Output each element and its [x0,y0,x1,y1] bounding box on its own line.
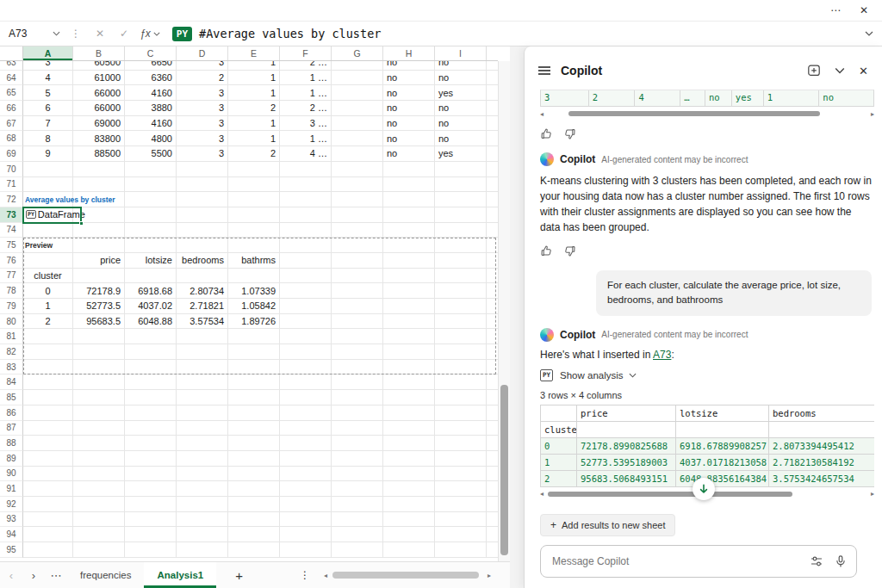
cell-C77[interactable] [125,269,177,284]
cell-E83[interactable] [228,360,280,375]
cell-E70[interactable] [228,162,280,177]
cell-F74[interactable] [280,223,332,238]
cell-H82[interactable] [383,344,435,360]
cell-B78[interactable]: 72178.9 [73,283,125,299]
cell-B84[interactable] [73,374,125,390]
cell-E75[interactable] [228,238,280,253]
fragment-table-scrollbar[interactable]: ◂ ▸ [540,109,874,118]
cell-D72[interactable] [177,192,228,207]
row-header-95[interactable]: 95 [0,542,23,558]
cell-F92[interactable] [280,497,332,512]
row-header-69[interactable]: 69 [0,146,23,162]
row-header-88[interactable]: 88 [0,436,23,451]
cell-D95[interactable] [177,542,228,558]
scroll-left-icon[interactable]: ◂ [540,110,543,118]
cell-H87[interactable] [383,421,435,436]
cell-G84[interactable] [332,374,383,390]
cell-E88[interactable] [228,436,280,451]
cell-F85[interactable] [280,390,332,405]
cell-A73[interactable]: PYDataFrame [23,207,73,223]
row-header-78[interactable]: 78 [0,283,23,299]
cell-E89[interactable] [228,451,280,467]
insert-function-button[interactable]: ƒx [140,28,160,40]
cell-E90[interactable] [228,467,280,482]
cell-F79[interactable] [280,299,332,314]
cell-G85[interactable] [332,390,383,405]
scrollbar-thumb[interactable] [568,111,820,116]
cell-G78[interactable] [332,283,383,299]
cell-I89[interactable] [435,451,487,467]
cell-F86[interactable] [280,405,332,421]
cell-B79[interactable]: 52773.5 [73,299,125,314]
cell-H89[interactable] [383,451,435,467]
cell-G82[interactable] [332,344,383,360]
cell-G69[interactable] [332,146,383,162]
cell-H66[interactable]: no [383,101,435,116]
row-header-94[interactable]: 94 [0,527,23,542]
cell-A67[interactable]: 7 [23,116,73,132]
cell-I72[interactable] [435,192,487,207]
cell-D94[interactable] [177,527,228,542]
cell-C84[interactable] [125,374,177,390]
cell-A90[interactable] [23,467,73,482]
cell-D79[interactable]: 2.71821 [177,299,228,314]
vertical-scrollbar[interactable] [498,61,510,561]
microphone-icon[interactable] [834,554,848,568]
cell-C93[interactable] [125,512,177,528]
cell-D64[interactable]: 2 [177,71,228,86]
cell-F78[interactable] [280,283,332,299]
cell-A77[interactable]: cluster [23,269,73,284]
new-chat-icon[interactable] [807,64,821,77]
cell-F84[interactable] [280,374,332,390]
column-header-F[interactable]: F [280,46,332,60]
cell-A95[interactable] [23,542,73,558]
close-panel-icon[interactable]: ✕ [859,65,868,77]
cell-G70[interactable] [332,162,383,177]
cell-A78[interactable]: 0 [23,283,73,299]
cell-I85[interactable] [435,390,487,405]
cell-G66[interactable] [332,101,383,116]
cell-H77[interactable] [383,269,435,284]
cell-C81[interactable] [125,329,177,344]
row-header-65[interactable]: 65 [0,85,23,101]
cell-B71[interactable] [73,177,125,193]
cell-F65[interactable]: 1 … [280,85,332,101]
cell-C91[interactable] [125,481,177,497]
cell-B93[interactable] [73,512,125,528]
cell-C74[interactable] [125,223,177,238]
cell-H86[interactable] [383,405,435,421]
cell-H65[interactable]: no [383,85,435,101]
thumbs-down-icon[interactable] [563,244,576,257]
cell-A76[interactable] [23,253,73,269]
confirm-entry-icon[interactable]: ✓ [120,28,128,40]
show-analysis-button[interactable]: PY Show analysis [540,369,873,381]
cell-A85[interactable] [23,390,73,405]
cell-B86[interactable] [73,405,125,421]
cell-F72[interactable] [280,192,332,207]
cell-A82[interactable] [23,344,73,360]
row-header-63[interactable]: 63 [0,61,23,71]
cell-G68[interactable] [332,131,383,146]
cell-A80[interactable]: 2 [23,314,73,330]
cell-I69[interactable]: yes [435,146,487,162]
cell-F80[interactable] [280,314,332,330]
cell-A71[interactable] [23,177,73,193]
cell-I80[interactable] [435,314,487,330]
cell-D82[interactable] [177,344,228,360]
cell-B64[interactable]: 61000 [73,71,125,86]
cell-B91[interactable] [73,481,125,497]
cell-H88[interactable] [383,436,435,451]
cell-A93[interactable] [23,512,73,528]
sheet-options-icon[interactable]: ⋮ [300,569,310,581]
thumbs-up-icon[interactable] [540,127,553,140]
row-header-75[interactable]: 75 [0,238,23,253]
cell-E79[interactable]: 1.05842 [228,299,280,314]
cell-F88[interactable] [280,436,332,451]
window-close-button[interactable]: ✕ [860,5,868,15]
cell-F63[interactable]: 2 … [280,61,332,71]
cell-D92[interactable] [177,497,228,512]
cell-E65[interactable]: 1 [228,85,280,101]
cell-F73[interactable] [280,207,332,223]
cell-D68[interactable]: 3 [177,131,228,146]
cell-I91[interactable] [435,481,487,497]
